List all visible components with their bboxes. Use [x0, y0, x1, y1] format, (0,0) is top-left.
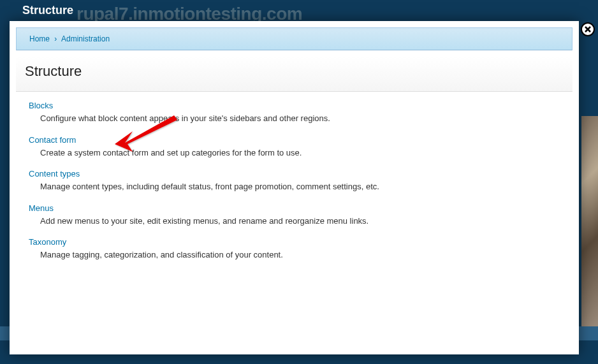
breadcrumb-home[interactable]: Home [29, 34, 50, 43]
close-button[interactable] [581, 22, 595, 36]
breadcrumb-separator: › [54, 34, 57, 43]
toolbar-title: Structure [22, 4, 73, 17]
overlay-modal: Home › Administration Structure Blocks C… [10, 21, 579, 354]
list-item-content-types: Content types Manage content types, incl… [29, 168, 560, 193]
breadcrumb: Home › Administration [16, 27, 572, 50]
list-item-menus: Menus Add new menus to your site, edit e… [29, 202, 560, 228]
admin-list: Blocks Configure what block content appe… [16, 92, 572, 278]
list-item-blocks: Blocks Configure what block content appe… [29, 99, 560, 125]
list-item-taxonomy: Taxonomy Manage tagging, categorization,… [29, 236, 560, 261]
link-menus[interactable]: Menus [29, 203, 54, 213]
desc-menus: Add new menus to your site, edit existin… [40, 215, 560, 228]
background-image-fragment [581, 116, 598, 326]
link-contact-form[interactable]: Contact form [29, 135, 76, 145]
link-content-types[interactable]: Content types [29, 169, 80, 178]
link-blocks[interactable]: Blocks [29, 101, 53, 110]
list-item-contact-form: Contact form Create a system contact for… [29, 134, 560, 159]
breadcrumb-administration[interactable]: Administration [61, 34, 110, 43]
desc-content-types: Manage content types, including default … [40, 180, 560, 193]
link-taxonomy[interactable]: Taxonomy [29, 237, 66, 247]
content-area: Structure Blocks Configure what block co… [10, 57, 579, 278]
page-header: Structure [16, 57, 572, 92]
desc-contact-form: Create a system contact form and set up … [40, 147, 560, 159]
desc-blocks: Configure what block content appears in … [40, 112, 560, 125]
desc-taxonomy: Manage tagging, categorization, and clas… [40, 249, 560, 261]
close-icon [584, 25, 592, 33]
page-title: Structure [25, 63, 564, 80]
